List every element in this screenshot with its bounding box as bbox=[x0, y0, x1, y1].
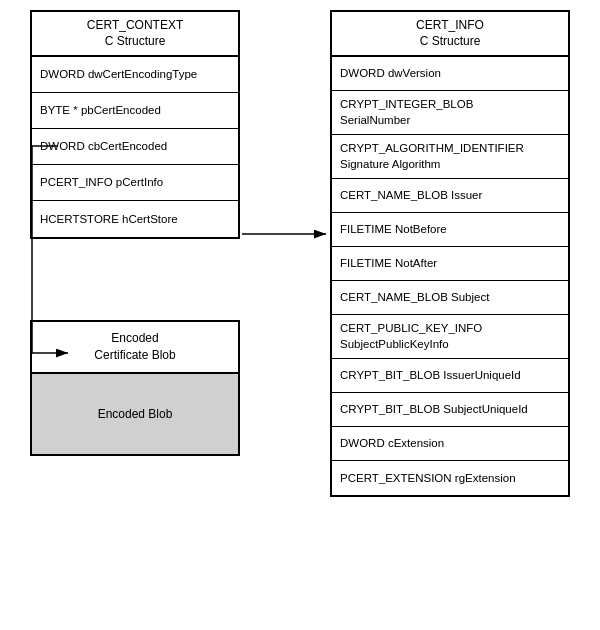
cert-info-row-3: CERT_NAME_BLOB Issuer bbox=[332, 179, 568, 213]
cert-context-header: CERT_CONTEXT C Structure bbox=[32, 12, 238, 57]
cert-info-row-8: CRYPT_BIT_BLOB IssuerUniqueId bbox=[332, 359, 568, 393]
cert-context-row-0: DWORD dwCertEncodingType bbox=[32, 57, 238, 93]
cert-info-header: CERT_INFO C Structure bbox=[332, 12, 568, 57]
cert-info-row-0: DWORD dwVersion bbox=[332, 57, 568, 91]
cert-info-box: CERT_INFO C Structure DWORD dwVersion CR… bbox=[330, 10, 570, 497]
cert-info-row-2: CRYPT_ALGORITHM_IDENTIFIER Signature Alg… bbox=[332, 135, 568, 179]
cert-context-title-line1: CERT_CONTEXT bbox=[87, 18, 183, 32]
cert-info-section: CERT_INFO C Structure DWORD dwVersion CR… bbox=[330, 10, 570, 497]
cert-info-row-7: CERT_PUBLIC_KEY_INFO SubjectPublicKeyInf… bbox=[332, 315, 568, 359]
cert-info-row-11: PCERT_EXTENSION rgExtension bbox=[332, 461, 568, 495]
cert-info-row-5: FILETIME NotAfter bbox=[332, 247, 568, 281]
diagram-container: CERT_CONTEXT C Structure DWORD dwCertEnc… bbox=[0, 0, 600, 630]
cert-context-row-4: HCERTSTORE hCertStore bbox=[32, 201, 238, 237]
cert-context-row-3: PCERT_INFO pCertInfo bbox=[32, 165, 238, 201]
encoded-cert-title-line2: Certificate Blob bbox=[94, 348, 175, 362]
encoded-cert-section: Encoded Certificate Blob Encoded Blob bbox=[30, 320, 240, 456]
encoded-cert-title-line1: Encoded bbox=[111, 331, 158, 345]
cert-context-box: CERT_CONTEXT C Structure DWORD dwCertEnc… bbox=[30, 10, 240, 239]
cert-context-row-1: BYTE * pbCertEncoded bbox=[32, 93, 238, 129]
cert-info-row-10: DWORD cExtension bbox=[332, 427, 568, 461]
cert-context-section: CERT_CONTEXT C Structure DWORD dwCertEnc… bbox=[30, 10, 240, 239]
encoded-cert-box: Encoded Certificate Blob Encoded Blob bbox=[30, 320, 240, 456]
encoded-blob-body: Encoded Blob bbox=[32, 374, 238, 454]
cert-info-row-6: CERT_NAME_BLOB Subject bbox=[332, 281, 568, 315]
encoded-cert-header: Encoded Certificate Blob bbox=[32, 322, 238, 374]
cert-info-title-line2: C Structure bbox=[420, 34, 481, 48]
cert-info-row-1: CRYPT_INTEGER_BLOB SerialNumber bbox=[332, 91, 568, 135]
encoded-blob-label: Encoded Blob bbox=[98, 407, 173, 421]
cert-info-row-4: FILETIME NotBefore bbox=[332, 213, 568, 247]
cert-info-row-9: CRYPT_BIT_BLOB SubjectUniqueId bbox=[332, 393, 568, 427]
cert-info-title-line1: CERT_INFO bbox=[416, 18, 484, 32]
cert-context-title-line2: C Structure bbox=[105, 34, 166, 48]
cert-context-row-2: DWORD cbCertEncoded bbox=[32, 129, 238, 165]
